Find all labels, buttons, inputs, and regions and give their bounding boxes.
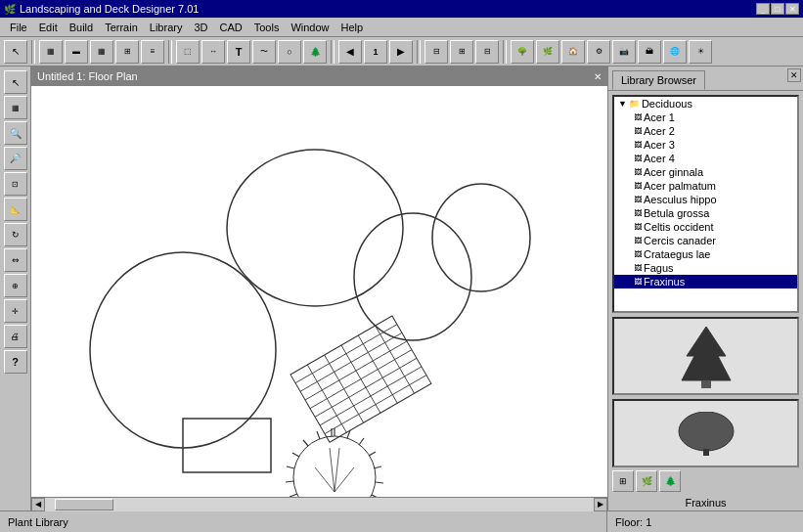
left-copy-btn[interactable]: ⊕ [4, 274, 27, 297]
main-area: ↖ ▦ 🔍 🔎 ⊡ 📐 ↻ ⇔ ⊕ ✛ 🖨 ? Untitled 1: Floo… [0, 66, 803, 510]
svg-point-18 [293, 436, 376, 497]
toolbar-one[interactable]: 1 [364, 40, 387, 64]
menu-cad[interactable]: CAD [213, 20, 247, 35]
scroll-right-btn[interactable]: ▶ [594, 498, 607, 511]
toolbar-grid[interactable]: ▦ [90, 40, 113, 64]
tree-leaf-label: Acer ginnala [644, 166, 703, 178]
toolbar-cam3[interactable]: ⊟ [475, 40, 499, 64]
tree-leaf-crataegus[interactable]: 🖼 Crataegus lae [614, 247, 797, 261]
toolbar-arrow[interactable]: ↖ [4, 40, 27, 64]
right-panel: ✕ Library Browser ▼ 📁 Deciduous 🖼 Acer 1… [607, 66, 803, 510]
menu-edit[interactable]: Edit [33, 20, 64, 35]
tree-leaf-acer2[interactable]: 🖼 Acer 2 [614, 124, 797, 138]
menu-3d[interactable]: 3D [188, 20, 213, 35]
scroll-left-btn[interactable]: ◀ [31, 498, 45, 511]
toolbar-cam9[interactable]: 🏔 [638, 40, 661, 64]
toolbar-next[interactable]: ▶ [389, 40, 413, 64]
preview-btn-grid[interactable]: ⊞ [612, 470, 634, 492]
maximize-button[interactable]: □ [771, 3, 784, 15]
menu-tools[interactable]: Tools [248, 20, 286, 35]
toolbar-cam7[interactable]: ⚙ [587, 40, 610, 64]
menu-library[interactable]: Library [144, 20, 189, 35]
menu-help[interactable]: Help [335, 20, 370, 35]
tree-leaf-celtis[interactable]: 🖼 Celtis occident [614, 220, 797, 234]
tree-leaf-aesculus[interactable]: 🖼 Aesculus hippo [614, 193, 797, 206]
toolbar-cam8[interactable]: 📷 [612, 40, 636, 64]
scroll-track[interactable] [45, 498, 594, 511]
tree-leaf-acer4[interactable]: 🖼 Acer 4 [614, 152, 797, 165]
toolbar-cam11[interactable]: ☀ [689, 40, 712, 64]
tree-leaf-acerginnala[interactable]: 🖼 Acer ginnala [614, 165, 797, 179]
left-zoom-out-btn[interactable]: 🔎 [4, 147, 27, 170]
left-select-btn[interactable]: ▦ [4, 96, 27, 119]
left-arrow-btn[interactable]: ↖ [4, 70, 27, 94]
toolbar-tree[interactable]: 🌲 [303, 40, 327, 64]
toolbar-cam1[interactable]: ⊟ [424, 40, 448, 64]
menu-window[interactable]: Window [285, 20, 335, 35]
tab-library-browser[interactable]: Library Browser [612, 70, 705, 90]
tree-folder-deciduous[interactable]: ▼ 📁 Deciduous [614, 97, 797, 111]
title-bar-left: 🌿 Landscaping and Deck Designer 7.01 [4, 3, 199, 15]
toolbar-sep-5 [503, 40, 507, 64]
toolbar-cam10[interactable]: 🌐 [663, 40, 687, 64]
status-floor: Floor: 1 [607, 511, 803, 532]
library-tree-inner[interactable]: ▼ 📁 Deciduous 🖼 Acer 1 🖼 Acer 2 🖼 Acer 3 [614, 97, 797, 311]
status-right-text: Floor: 1 [615, 516, 651, 528]
toolbar-rect[interactable]: ▬ [65, 40, 88, 64]
toolbar-cam2[interactable]: ⊞ [450, 40, 473, 64]
panel-close-btn[interactable]: ✕ [787, 68, 801, 82]
tree-leaf-acer3[interactable]: 🖼 Acer 3 [614, 138, 797, 152]
left-measure-btn[interactable]: 📐 [4, 198, 27, 221]
menu-build[interactable]: Build [64, 20, 99, 35]
toolbar-terrain[interactable]: 〜 [252, 40, 276, 64]
left-zoom-fit-btn[interactable]: ⊡ [4, 172, 27, 196]
preview-btn-leaf[interactable]: 🌿 [636, 470, 657, 492]
left-rotate-btn[interactable]: ↻ [4, 223, 27, 246]
tree-leaf-acerpalm[interactable]: 🖼 Acer palmatum [614, 179, 797, 193]
status-left-text: Plant Library [8, 516, 68, 528]
toolbar-select[interactable]: ▦ [39, 40, 63, 64]
minimize-button[interactable]: _ [756, 3, 770, 15]
tree-leaf-cercis[interactable]: 🖼 Cercis canader [614, 234, 797, 247]
toolbar-road[interactable]: ⬚ [176, 40, 200, 64]
leaf-img-icon: 🖼 [634, 223, 642, 232]
close-button[interactable]: ✕ [785, 3, 799, 15]
toolbar-sep-4 [417, 40, 421, 64]
toolbar-stairs[interactable]: ≡ [141, 40, 164, 64]
preview-bottom [612, 399, 799, 467]
tree-leaf-fagus[interactable]: 🖼 Fagus [614, 261, 797, 275]
toolbar-cam4[interactable]: 🌳 [511, 40, 534, 64]
tree-leaf-label: Betula grossa [644, 207, 709, 219]
menu-file[interactable]: File [4, 20, 33, 35]
toolbar-cam5[interactable]: 🌿 [536, 40, 559, 64]
scroll-thumb[interactable] [55, 499, 113, 510]
leaf-img-icon: 🖼 [634, 113, 642, 122]
toolbar-sep-2 [168, 40, 172, 64]
toolbar-grid2[interactable]: ⊞ [115, 40, 139, 64]
preview-btn-tree[interactable]: 🌲 [659, 470, 681, 492]
toolbar-cam6[interactable]: 🏠 [561, 40, 585, 64]
toolbar-text[interactable]: T [227, 40, 250, 64]
menu-terrain[interactable]: Terrain [99, 20, 144, 35]
folder-icon: ▼ [618, 99, 627, 109]
leaf-img-icon: 🖼 [634, 168, 642, 177]
tree-leaf-label: Acer 1 [644, 111, 675, 123]
tree-leaf-acer1[interactable]: 🖼 Acer 1 [614, 111, 797, 124]
svg-line-39 [315, 467, 335, 492]
canvas-hscroll[interactable]: ◀ ▶ [31, 497, 607, 510]
svg-point-2 [354, 213, 471, 340]
title-bar-controls[interactable]: _ □ ✕ [756, 3, 799, 15]
tree-leaf-fraxinus[interactable]: 🖼 Fraxinus [614, 275, 797, 288]
toolbar-prev[interactable]: ◀ [338, 40, 362, 64]
left-mirror-btn[interactable]: ⇔ [4, 248, 27, 272]
toolbar-dim[interactable]: ↔ [201, 40, 225, 64]
leaf-img-icon: 🖼 [634, 250, 642, 259]
left-move-btn[interactable]: ✛ [4, 299, 27, 323]
canvas-close-icon[interactable]: ✕ [594, 71, 602, 82]
left-help-btn[interactable]: ? [4, 350, 27, 374]
left-print-btn[interactable]: 🖨 [4, 325, 27, 348]
canvas-content[interactable] [31, 86, 607, 497]
tree-leaf-betula[interactable]: 🖼 Betula grossa [614, 206, 797, 220]
toolbar-circle[interactable]: ○ [278, 40, 301, 64]
left-zoom-in-btn[interactable]: 🔍 [4, 121, 27, 145]
